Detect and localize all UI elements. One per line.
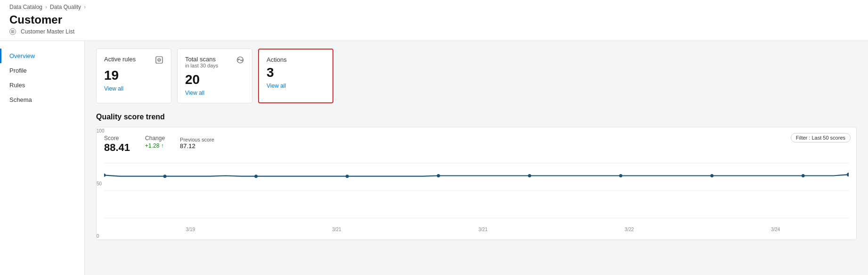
score-value: 88.41 (104, 142, 130, 154)
total-scans-value: 20 (185, 72, 244, 87)
page-title: Customer (9, 13, 859, 26)
change-meta: Change +1.28 ↑ (145, 135, 165, 154)
dp-last (847, 173, 849, 176)
breadcrumb-sep-2: › (84, 4, 86, 10)
chart-container: Filter : Last 50 scores Score 88.41 Chan… (96, 127, 857, 240)
sidebar-item-profile[interactable]: Profile (0, 63, 84, 78)
total-scans-header: Total scans in last 30 days (185, 56, 244, 70)
prev-meta: Previous score 87.12 (180, 135, 214, 154)
x-axis-labels: 3/19 3/21 3/21 3/22 3/24 (104, 227, 849, 232)
dp-7 (710, 174, 714, 177)
sidebar: Overview Profile Rules Schema (0, 41, 85, 275)
subtitle-icon: ⊞ (9, 28, 16, 35)
breadcrumb-item-2[interactable]: Data Quality (50, 4, 81, 10)
prev-score-value: 87.12 (180, 142, 214, 150)
chart-with-axes: 100 50 0 (104, 158, 849, 232)
total-scans-card: Total scans in last 30 days (177, 49, 252, 103)
x-label-2: 3/21 (479, 227, 487, 232)
sidebar-item-rules[interactable]: Rules (0, 78, 84, 92)
dp-8 (802, 174, 805, 177)
cards-row: Active rules 19 View all (96, 49, 857, 103)
change-value: +1.28 ↑ (145, 142, 165, 149)
actions-header: Actions (267, 56, 325, 63)
x-label-0: 3/19 (186, 227, 195, 232)
svg-point-4 (238, 59, 239, 60)
breadcrumb-item-1[interactable]: Data Catalog (9, 4, 42, 10)
chart-section-title: Quality score trend (96, 113, 857, 121)
dp-2 (254, 175, 258, 178)
active-rules-header: Active rules (104, 56, 163, 66)
dp-4 (437, 174, 440, 177)
active-rules-value: 19 (104, 68, 163, 83)
content-area: Active rules 19 View all (85, 41, 868, 275)
x-label-3: 3/22 (625, 227, 633, 232)
total-scans-viewall[interactable]: View all (185, 90, 204, 96)
y-label-100: 100 (97, 128, 105, 133)
main-layout: Overview Profile Rules Schema Active rul… (0, 41, 868, 275)
sidebar-item-schema[interactable]: Schema (0, 92, 84, 107)
actions-card: Actions 3 View all (258, 49, 333, 103)
y-axis-labels: 100 50 0 (97, 127, 105, 240)
sidebar-item-overview[interactable]: Overview (0, 49, 84, 63)
svg-point-2 (159, 59, 160, 60)
subtitle-text: Customer Master List (21, 28, 74, 35)
dp-5 (528, 174, 531, 177)
y-label-50: 50 (97, 181, 105, 186)
score-meta: Score 88.41 (104, 135, 130, 154)
change-label: Change (145, 135, 165, 142)
score-label: Score (104, 135, 130, 142)
dp-6 (619, 174, 623, 177)
x-label-1: 3/21 (332, 227, 341, 232)
top-bar: Data Catalog › Data Quality › Customer ⊞… (0, 0, 868, 41)
total-scans-title: Total scans (185, 56, 216, 63)
dp-3 (346, 175, 349, 178)
trend-chart-svg (104, 158, 849, 224)
prev-score-label: Previous score (180, 137, 214, 142)
page-wrapper: Data Catalog › Data Quality › Customer ⊞… (0, 0, 868, 275)
breadcrumb-sep-1: › (45, 4, 47, 10)
total-scans-subtitle: in last 30 days (185, 63, 218, 68)
svg-point-5 (242, 59, 243, 60)
total-scans-title-block: Total scans in last 30 days (185, 56, 218, 70)
chart-svg-wrapper: 3/19 3/21 3/21 3/22 3/24 (104, 158, 849, 232)
filter-button[interactable]: Filter : Last 50 scores (791, 133, 851, 142)
breadcrumb: Data Catalog › Data Quality › (9, 4, 859, 10)
page-subtitle: ⊞ Customer Master List (9, 28, 859, 35)
dp-1 (163, 175, 167, 178)
active-rules-viewall[interactable]: View all (104, 85, 123, 92)
actions-viewall[interactable]: View all (267, 83, 286, 89)
trend-line (104, 175, 849, 176)
actions-value: 3 (267, 65, 325, 80)
active-rules-title: Active rules (104, 56, 136, 63)
scan-icon (236, 56, 244, 66)
y-label-0: 0 (97, 233, 105, 239)
active-rules-card: Active rules 19 View all (96, 49, 171, 103)
x-label-4: 3/24 (771, 227, 780, 232)
actions-title: Actions (267, 56, 287, 63)
rules-icon (155, 56, 163, 66)
